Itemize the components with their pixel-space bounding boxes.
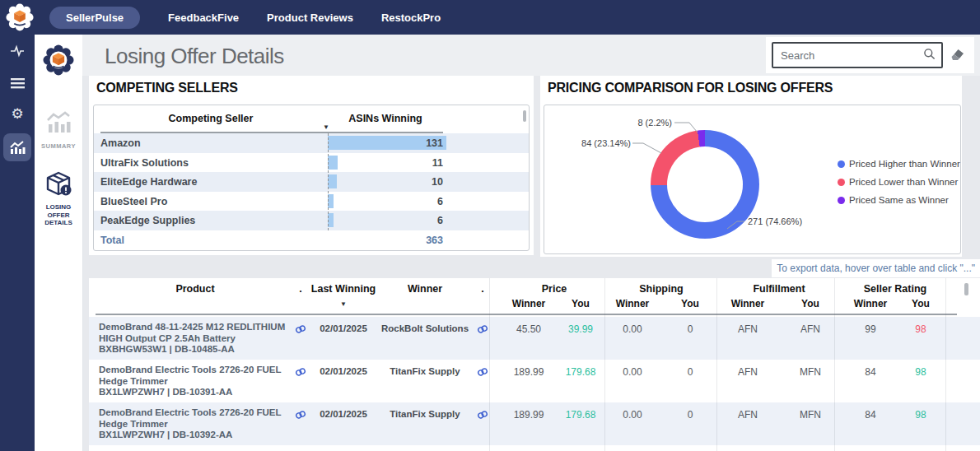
column-divider [604, 278, 605, 451]
search-icon[interactable] [923, 48, 936, 63]
winner-link-icon[interactable] [477, 365, 488, 380]
offer-row[interactable]: DemoBrand Electric Tools 2726-20 FUEL He… [89, 402, 980, 445]
col-header-shipping[interactable]: Shipping [616, 283, 707, 295]
price-you-cell: 179.68 [552, 366, 609, 378]
winner-cell: RockBolt Solutions [380, 323, 470, 333]
sub-header-price-winner[interactable]: Winner [500, 298, 558, 309]
slice-label-same: 8 (2.2%) [624, 118, 672, 128]
app-logo-icon[interactable] [6, 3, 34, 31]
winner-cell: TitanFix Supply [380, 409, 470, 419]
search-area [766, 37, 974, 73]
legend-item-lower[interactable]: Priced Lower than Winner [838, 177, 958, 187]
pricing-donut-chart: 8 (2.2%) 84 (23.14%) 271 (74.66%) Priced… [544, 105, 961, 254]
icon-rail: ⚙ [0, 35, 35, 451]
sub-header-fulfillment-winner[interactable]: Winner [719, 298, 777, 309]
legend-dot-purple [838, 197, 845, 204]
competing-sellers-card: COMPETING SELLERS Competing Seller ASINs… [89, 76, 534, 255]
tab-feedbackfive[interactable]: FeedbackFive [168, 12, 239, 24]
export-hint: To export data, hover over table and cli… [772, 259, 980, 277]
tab-restockpro[interactable]: RestockPro [381, 12, 441, 24]
fulfillment-winner-cell: AFN [719, 366, 777, 378]
sub-header-shipping-winner[interactable]: Winner [604, 298, 661, 309]
winner-link-icon[interactable] [477, 408, 488, 423]
rating-winner-cell: 84 [842, 366, 899, 378]
product-link-icon[interactable] [295, 408, 306, 423]
product-cell: DemoBrand Electric Tools 2726-20 FUEL He… [99, 365, 293, 398]
top-nav: SellerPulse FeedbackFive Product Reviews… [0, 0, 980, 35]
rating-you-cell: 98 [892, 409, 950, 421]
price-winner-cell: 189.99 [500, 409, 558, 421]
bar-axis-line [328, 133, 329, 230]
eraser-icon[interactable] [950, 48, 965, 64]
page-title: Losing Offer Details [105, 44, 284, 69]
search-input[interactable] [773, 49, 923, 62]
losing-offers-table: Product . Last Winning Winner . Price Sh… [89, 278, 980, 451]
table-scrollbar[interactable] [523, 110, 526, 122]
winner-link-icon[interactable] [477, 323, 488, 337]
last-winning-cell: 02/01/2025 [315, 366, 372, 376]
col-header-product[interactable]: Product [150, 283, 240, 295]
shipping-you-cell: 0 [661, 323, 719, 335]
legend-item-same[interactable]: Priced Same as Winner [838, 195, 949, 205]
list-icon[interactable] [0, 77, 35, 92]
search-box [772, 42, 943, 68]
legend-item-higher[interactable]: Priced Higher than Winner [838, 159, 960, 169]
pricing-comparison-card: PRICING COMPARISON FOR LOSING OFFERS 8 (… [540, 76, 962, 257]
sort-desc-icon[interactable]: ▼ [323, 123, 329, 131]
seller-row[interactable]: BlueSteel Pro 6 [94, 192, 529, 212]
column-divider [716, 278, 717, 451]
sub-header-rating-winner[interactable]: Winner [842, 298, 899, 309]
activity-pulse-icon[interactable] [0, 44, 35, 61]
shipping-winner-cell: 0.00 [604, 409, 661, 421]
column-divider [834, 278, 835, 451]
header-divider [96, 314, 957, 315]
sidebar-item-losing-offer-details[interactable]: LOSING OFFER DETAILS [35, 203, 82, 227]
sub-header-fulfillment-you[interactable]: You [782, 298, 839, 309]
product-cell: DemoBrand 48-11-2425 M12 REDLITHIUM HIGH… [99, 322, 293, 356]
sort-desc-icon[interactable]: ▼ [340, 300, 347, 308]
sub-header-price-you[interactable]: You [552, 298, 609, 309]
fulfillment-winner-cell: AFN [719, 409, 777, 421]
analytics-chart-icon[interactable] [3, 133, 31, 161]
seller-row[interactable]: EliteEdge Hardware 10 [94, 172, 529, 192]
offer-row[interactable]: DemoBrand Electric Tools 2726-20 FUEL He… [89, 360, 980, 402]
winner-cell: TitanFix Supply [380, 366, 470, 376]
column-divider [945, 278, 946, 451]
seller-row[interactable]: UltraFix Solutions 11 [94, 153, 529, 173]
sub-header-rating-you[interactable]: You [892, 298, 950, 309]
slice-label-lower: 84 (23.14%) [561, 138, 631, 148]
table-scrollbar[interactable] [964, 283, 968, 295]
seller-row[interactable]: PeakEdge Supplies 6 [94, 211, 529, 230]
page-header: Losing Offer Details [82, 35, 980, 76]
package-alert-icon[interactable] [35, 169, 82, 202]
seller-row[interactable]: Amazon 131 [94, 133, 529, 153]
competing-sellers-title: COMPETING SELLERS [96, 81, 238, 95]
column-divider [489, 278, 490, 451]
price-winner-cell: 45.50 [500, 323, 558, 335]
product-cell: DemoBrand Electric Tools 2726-20 FUEL He… [99, 407, 293, 441]
competing-sellers-table: Competing Seller ASINs Winning ▼ Amazon … [93, 105, 530, 251]
fulfillment-you-cell: MFN [782, 409, 839, 421]
sidebar-item-summary[interactable]: SUMMARY [35, 142, 82, 150]
tab-sellerpulse[interactable]: SellerPulse [49, 7, 140, 29]
settings-gear-icon[interactable]: ⚙ [0, 107, 35, 121]
tab-product-reviews[interactable]: Product Reviews [267, 12, 353, 24]
legend-dot-red [838, 179, 845, 186]
col-header-price[interactable]: Price [509, 283, 600, 295]
product-link-icon[interactable] [295, 365, 306, 380]
rating-winner-cell: 84 [842, 409, 899, 421]
sub-header-shipping-you[interactable]: You [661, 298, 719, 309]
col-header-fulfillment[interactable]: Fulfillment [734, 283, 824, 295]
col-header-seller-rating[interactable]: Seller Rating [850, 283, 940, 295]
product-link-icon[interactable] [295, 323, 306, 337]
price-you-cell: 179.68 [552, 409, 609, 421]
summary-chart-icon[interactable] [35, 110, 82, 138]
fulfillment-winner-cell: AFN [719, 323, 777, 335]
col-header-competing-seller[interactable]: Competing Seller [94, 113, 328, 124]
col-header-last-winning[interactable]: Last Winning [298, 283, 389, 295]
col-header-asins-winning[interactable]: ASINs Winning [328, 113, 443, 124]
sellerpulse-logo-icon [43, 44, 74, 76]
price-winner-cell: 189.99 [500, 366, 558, 378]
shipping-winner-cell: 0.00 [604, 366, 661, 378]
offer-row[interactable]: DemoBrand 48-11-2425 M12 REDLITHIUM HIGH… [89, 317, 980, 360]
